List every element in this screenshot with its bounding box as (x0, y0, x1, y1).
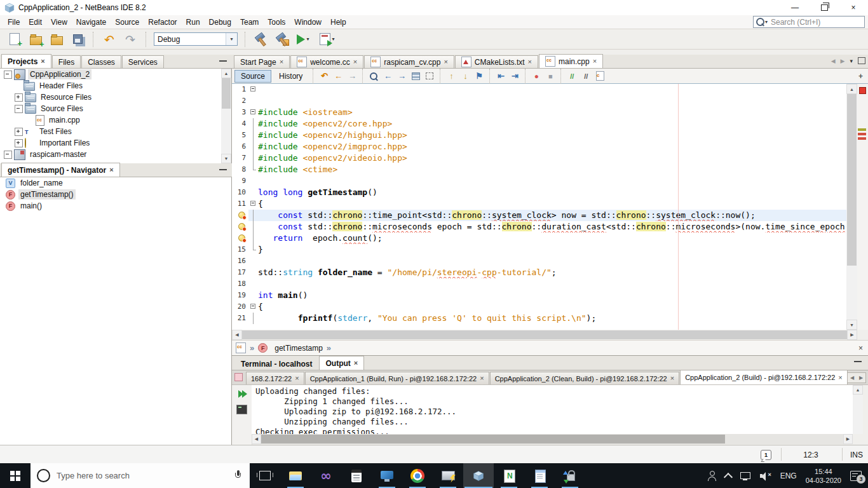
header-source-icon[interactable] (593, 71, 606, 82)
bookmark-icon[interactable]: ⚑ (473, 71, 485, 82)
tab-terminal-localhost[interactable]: Terminal - localhost (234, 357, 318, 370)
code-line[interactable]: 17std::string folder_name = "/home/pi/st… (232, 267, 846, 278)
code-text[interactable]: return epoch.count(); (258, 233, 846, 244)
toggle-highlight-icon[interactable] (409, 71, 422, 82)
code-line[interactable]: 8#include <ctime> (232, 164, 846, 175)
close-tab-icon[interactable]: × (109, 166, 113, 173)
rect-select-icon[interactable] (423, 71, 436, 82)
line-number[interactable] (232, 210, 248, 221)
line-number[interactable]: 18 (232, 278, 248, 290)
editor-scroll-up[interactable]: ▲ (846, 84, 857, 94)
clock[interactable]: 15:44 04-03-2020 (806, 467, 841, 485)
line-number[interactable]: 8 (232, 164, 248, 175)
process-tab[interactable]: CppApplication_1 (Build, Run) - pi@192.1… (305, 372, 489, 384)
output-hscroll-thumb[interactable] (261, 435, 725, 444)
menu-debug[interactable]: Debug (205, 17, 236, 28)
tab-scroll-right-icon[interactable]: ▶ (841, 58, 845, 64)
code-line[interactable]: 10long long getTimestamp() (232, 187, 846, 198)
stripe-error-mark[interactable] (858, 137, 866, 140)
close-tab-icon[interactable]: × (353, 58, 357, 65)
stripe-warning-mark[interactable] (858, 128, 866, 131)
tab-services[interactable]: Services (122, 55, 164, 68)
tab-main-cpp[interactable]: main.cpp× (539, 54, 603, 68)
tab-files[interactable]: Files (52, 55, 81, 68)
line-number[interactable]: 17 (232, 267, 248, 278)
titlebar[interactable]: CppApplication_2 - NetBeans IDE 8.2 — × (0, 0, 868, 15)
code-editor[interactable]: 123#include <iostream>4#include <opencv2… (232, 84, 846, 330)
tree-expander-icon[interactable] (15, 139, 23, 147)
new-project-button[interactable] (27, 31, 44, 48)
code-text[interactable]: #include <opencv2/core.hpp> (258, 118, 846, 130)
fold-collapse-icon[interactable] (248, 301, 258, 313)
tab-classes[interactable]: Classes (81, 55, 121, 68)
code-text[interactable]: const std::chrono::time_point<std::chron… (258, 210, 846, 221)
output-hscroll-track[interactable] (725, 434, 843, 444)
action-center-icon[interactable]: 3 (850, 471, 862, 481)
tree-item-label[interactable]: raspicam-master (28, 149, 88, 159)
code-line[interactable]: 11{ (232, 198, 846, 210)
line-number[interactable]: 2 (232, 95, 248, 107)
uncomment-icon[interactable]: // (580, 71, 592, 82)
microphone-icon[interactable] (234, 470, 242, 482)
search-dropdown-icon[interactable]: ▾ (765, 19, 768, 25)
next-occurrence-icon[interactable]: ↓ (459, 71, 471, 82)
line-number[interactable]: 19 (232, 290, 248, 301)
tree-row[interactable]: Source Files (0, 103, 231, 114)
process-tabs-scroll-left-icon[interactable]: ◀ (848, 373, 857, 383)
cortana-icon[interactable] (37, 469, 50, 482)
find-icon[interactable] (367, 71, 380, 82)
language-indicator[interactable]: ENG (780, 471, 797, 480)
navigator-item-label[interactable]: main() (18, 201, 44, 211)
code-line[interactable]: 2 (232, 95, 846, 107)
configuration-select[interactable]: Debug ▾ (154, 32, 238, 46)
tree-row[interactable]: Resource Files (0, 92, 231, 103)
undo-button[interactable]: ↶ (101, 31, 118, 48)
code-text[interactable]: { (258, 301, 846, 313)
record-macro-icon[interactable]: ● (530, 71, 543, 82)
editor-scroll-left[interactable]: ◀ (232, 330, 242, 340)
close-tab-icon[interactable]: × (528, 58, 532, 65)
tree-row[interactable]: Important Files (0, 137, 231, 149)
start-button[interactable] (0, 463, 31, 488)
code-line[interactable]: const std::chrono::microseconds epoch = … (232, 221, 846, 233)
forward-icon[interactable]: → (346, 71, 358, 82)
output-hscroll[interactable]: ◀ ▶ (252, 434, 853, 444)
process-tab[interactable]: CppApplication_2 (Build) - pi@192.168.2.… (680, 370, 848, 384)
close-tab-icon[interactable]: × (41, 58, 44, 65)
menu-run[interactable]: Run (182, 17, 205, 28)
code-text[interactable]: #include <opencv2/videoio.hpp> (258, 152, 846, 164)
combo-dropdown-icon[interactable]: ▾ (226, 33, 237, 45)
warning-bulb-icon[interactable] (238, 234, 245, 241)
view-history-button[interactable]: History (273, 70, 309, 83)
navigator-item[interactable]: FgetTimestamp() (0, 189, 231, 200)
fold-collapse-icon[interactable] (248, 84, 258, 95)
process-tab[interactable]: 168.2.172:22× (246, 372, 304, 384)
editor-vscroll-thumb[interactable] (847, 94, 857, 266)
tree-expander-icon[interactable] (15, 128, 23, 136)
close-tab-icon[interactable]: × (295, 375, 299, 382)
navigator-item-label[interactable]: folder_name (18, 178, 65, 188)
output-scroll-right[interactable]: ▶ (843, 434, 853, 444)
menu-file[interactable]: File (3, 17, 24, 28)
code-line[interactable]: 21 fprintf(stderr, "You can press 'Q' to… (232, 313, 846, 324)
taskbar-app-netbeans[interactable] (463, 463, 494, 488)
code-line[interactable]: 9 (232, 175, 846, 187)
breadcrumb-separator-icon[interactable]: » (250, 343, 254, 353)
build-project-button[interactable] (253, 31, 269, 48)
taskbar-app-putty[interactable] (433, 463, 463, 488)
tree-expander-icon[interactable] (4, 151, 12, 159)
minimize-panel-icon[interactable] (219, 58, 227, 62)
tab-scroll-left-icon[interactable]: ◀ (831, 58, 836, 64)
taskbar-app-file-explorer[interactable] (280, 463, 311, 488)
code-line[interactable]: 3#include <iostream> (232, 107, 846, 118)
code-text[interactable]: #include <iostream> (258, 107, 846, 118)
tree-expander-icon[interactable] (15, 105, 23, 113)
close-tab-icon[interactable]: × (444, 58, 447, 65)
close-tab-icon[interactable]: × (480, 375, 484, 382)
network-icon[interactable] (740, 471, 751, 480)
tab-raspicam-cv-cpp[interactable]: raspicam_cv.cpp× (364, 55, 454, 68)
line-number[interactable]: 20 (232, 301, 248, 313)
close-tab-icon[interactable]: × (593, 58, 597, 65)
code-text[interactable]: int main() (258, 290, 846, 301)
tree-item-label[interactable]: CppApplication_2 (28, 69, 92, 79)
